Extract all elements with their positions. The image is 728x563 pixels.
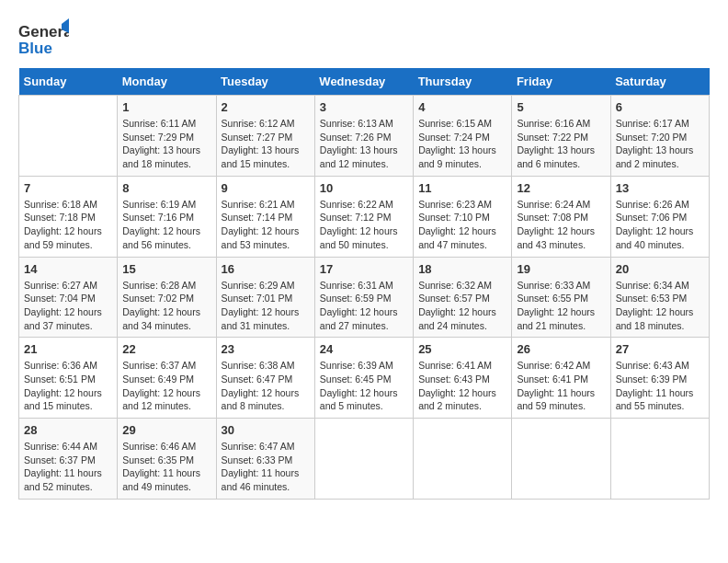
calendar-cell: 4Sunrise: 6:15 AMSunset: 7:24 PMDaylight… [414,96,512,177]
calendar-cell: 5Sunrise: 6:16 AMSunset: 7:22 PMDaylight… [512,96,610,177]
calendar-cell: 24Sunrise: 6:39 AMSunset: 6:45 PMDayligh… [314,338,413,419]
calendar-cell: 15Sunrise: 6:28 AMSunset: 7:02 PMDayligh… [118,257,216,338]
day-number: 27 [616,342,704,356]
day-number: 20 [616,262,704,276]
day-info: Sunrise: 6:31 AMSunset: 6:59 PMDaylight:… [320,279,408,333]
calendar-cell: 30Sunrise: 6:47 AMSunset: 6:33 PMDayligh… [216,419,314,500]
day-info: Sunrise: 6:43 AMSunset: 6:39 PMDaylight:… [616,359,704,413]
weekday-header-friday: Friday [512,68,610,96]
weekday-header-row: SundayMondayTuesdayWednesdayThursdayFrid… [19,68,710,96]
calendar-cell: 10Sunrise: 6:22 AMSunset: 7:12 PMDayligh… [314,176,413,257]
day-number: 29 [122,423,210,437]
svg-text:Blue: Blue [18,40,52,57]
day-number: 10 [320,181,408,195]
calendar-cell: 1Sunrise: 6:11 AMSunset: 7:29 PMDaylight… [118,96,216,177]
day-number: 1 [122,100,210,114]
day-info: Sunrise: 6:23 AMSunset: 7:10 PMDaylight:… [418,198,506,252]
day-info: Sunrise: 6:13 AMSunset: 7:26 PMDaylight:… [320,117,408,171]
calendar-week-2: 7Sunrise: 6:18 AMSunset: 7:18 PMDaylight… [19,176,710,257]
page-header: GeneralBlue [18,18,710,59]
calendar-cell: 12Sunrise: 6:24 AMSunset: 7:08 PMDayligh… [512,176,610,257]
calendar-cell: 25Sunrise: 6:41 AMSunset: 6:43 PMDayligh… [414,338,512,419]
day-number: 13 [616,181,704,195]
day-number: 30 [222,423,310,437]
day-info: Sunrise: 6:26 AMSunset: 7:06 PMDaylight:… [616,198,704,252]
calendar-table: SundayMondayTuesdayWednesdayThursdayFrid… [18,68,710,500]
calendar-week-3: 14Sunrise: 6:27 AMSunset: 7:04 PMDayligh… [19,257,710,338]
calendar-cell: 8Sunrise: 6:19 AMSunset: 7:16 PMDaylight… [118,176,216,257]
day-info: Sunrise: 6:29 AMSunset: 7:01 PMDaylight:… [222,279,310,333]
calendar-week-4: 21Sunrise: 6:36 AMSunset: 6:51 PMDayligh… [19,338,710,419]
calendar-cell [19,96,118,177]
calendar-cell: 21Sunrise: 6:36 AMSunset: 6:51 PMDayligh… [19,338,118,419]
day-info: Sunrise: 6:15 AMSunset: 7:24 PMDaylight:… [418,117,506,171]
day-info: Sunrise: 6:38 AMSunset: 6:47 PMDaylight:… [222,359,310,413]
day-info: Sunrise: 6:11 AMSunset: 7:29 PMDaylight:… [122,117,210,171]
calendar-cell: 23Sunrise: 6:38 AMSunset: 6:47 PMDayligh… [216,338,314,419]
day-number: 19 [517,262,605,276]
day-number: 4 [418,100,506,114]
day-number: 26 [517,342,605,356]
calendar-cell: 13Sunrise: 6:26 AMSunset: 7:06 PMDayligh… [610,176,709,257]
day-info: Sunrise: 6:18 AMSunset: 7:18 PMDaylight:… [24,198,112,252]
day-info: Sunrise: 6:22 AMSunset: 7:12 PMDaylight:… [320,198,408,252]
day-info: Sunrise: 6:27 AMSunset: 7:04 PMDaylight:… [24,279,112,333]
calendar-cell: 22Sunrise: 6:37 AMSunset: 6:49 PMDayligh… [118,338,216,419]
day-info: Sunrise: 6:17 AMSunset: 7:20 PMDaylight:… [616,117,704,171]
day-info: Sunrise: 6:12 AMSunset: 7:27 PMDaylight:… [222,117,310,171]
calendar-cell: 18Sunrise: 6:32 AMSunset: 6:57 PMDayligh… [414,257,512,338]
calendar-cell: 7Sunrise: 6:18 AMSunset: 7:18 PMDaylight… [19,176,118,257]
day-number: 23 [222,342,310,356]
weekday-header-sunday: Sunday [19,68,118,96]
calendar-cell: 20Sunrise: 6:34 AMSunset: 6:53 PMDayligh… [610,257,709,338]
day-info: Sunrise: 6:41 AMSunset: 6:43 PMDaylight:… [418,359,506,413]
calendar-cell: 17Sunrise: 6:31 AMSunset: 6:59 PMDayligh… [314,257,413,338]
logo-svg: GeneralBlue [18,18,69,59]
weekday-header-thursday: Thursday [414,68,512,96]
weekday-header-monday: Monday [118,68,216,96]
day-info: Sunrise: 6:36 AMSunset: 6:51 PMDaylight:… [24,359,112,413]
day-number: 16 [222,262,310,276]
day-number: 8 [122,181,210,195]
calendar-week-5: 28Sunrise: 6:44 AMSunset: 6:37 PMDayligh… [19,419,710,500]
day-info: Sunrise: 6:37 AMSunset: 6:49 PMDaylight:… [122,359,210,413]
day-number: 17 [320,262,408,276]
day-number: 28 [24,423,112,437]
calendar-week-1: 1Sunrise: 6:11 AMSunset: 7:29 PMDaylight… [19,96,710,177]
day-number: 9 [222,181,310,195]
day-info: Sunrise: 6:32 AMSunset: 6:57 PMDaylight:… [418,279,506,333]
calendar-cell: 28Sunrise: 6:44 AMSunset: 6:37 PMDayligh… [19,419,118,500]
calendar-cell: 26Sunrise: 6:42 AMSunset: 6:41 PMDayligh… [512,338,610,419]
day-info: Sunrise: 6:46 AMSunset: 6:35 PMDaylight:… [122,440,210,494]
day-number: 21 [24,342,112,356]
day-info: Sunrise: 6:21 AMSunset: 7:14 PMDaylight:… [222,198,310,252]
logo: GeneralBlue [18,18,69,59]
calendar-cell: 29Sunrise: 6:46 AMSunset: 6:35 PMDayligh… [118,419,216,500]
svg-text:General: General [18,23,69,40]
day-number: 22 [122,342,210,356]
calendar-cell: 6Sunrise: 6:17 AMSunset: 7:20 PMDaylight… [610,96,709,177]
day-info: Sunrise: 6:42 AMSunset: 6:41 PMDaylight:… [517,359,605,413]
weekday-header-wednesday: Wednesday [314,68,413,96]
day-info: Sunrise: 6:16 AMSunset: 7:22 PMDaylight:… [517,117,605,171]
day-info: Sunrise: 6:24 AMSunset: 7:08 PMDaylight:… [517,198,605,252]
weekday-header-tuesday: Tuesday [216,68,314,96]
day-info: Sunrise: 6:19 AMSunset: 7:16 PMDaylight:… [122,198,210,252]
day-number: 6 [616,100,704,114]
day-info: Sunrise: 6:33 AMSunset: 6:55 PMDaylight:… [517,279,605,333]
calendar-cell: 9Sunrise: 6:21 AMSunset: 7:14 PMDaylight… [216,176,314,257]
calendar-cell: 14Sunrise: 6:27 AMSunset: 7:04 PMDayligh… [19,257,118,338]
calendar-cell [414,419,512,500]
calendar-cell: 19Sunrise: 6:33 AMSunset: 6:55 PMDayligh… [512,257,610,338]
calendar-cell: 2Sunrise: 6:12 AMSunset: 7:27 PMDaylight… [216,96,314,177]
weekday-header-saturday: Saturday [610,68,709,96]
day-number: 25 [418,342,506,356]
day-number: 5 [517,100,605,114]
day-number: 15 [122,262,210,276]
day-number: 18 [418,262,506,276]
day-number: 7 [24,181,112,195]
day-number: 14 [24,262,112,276]
day-info: Sunrise: 6:44 AMSunset: 6:37 PMDaylight:… [24,440,112,494]
calendar-cell [610,419,709,500]
calendar-cell [314,419,413,500]
